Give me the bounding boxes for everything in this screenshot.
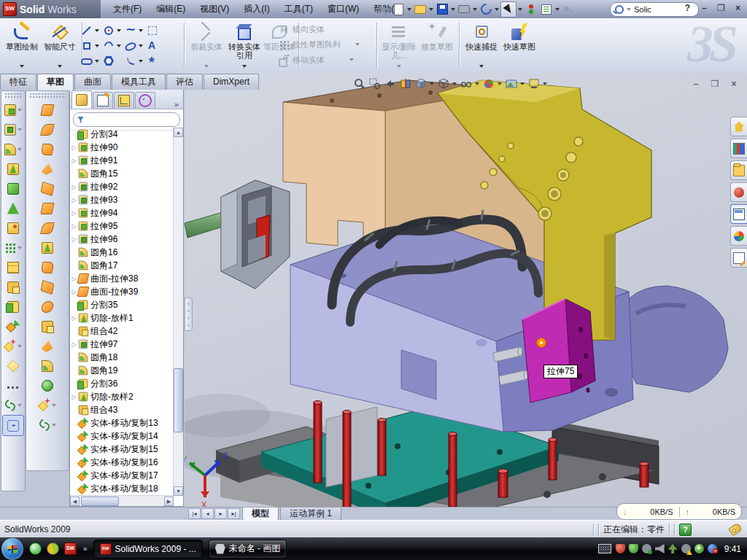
new-file-button[interactable] xyxy=(391,2,406,17)
rebuild-traffic-light-button[interactable] xyxy=(524,2,538,17)
display-style-dropdown-icon[interactable] xyxy=(452,82,457,85)
tree-vertical-scrollbar[interactable]: ▲ ▼ xyxy=(173,128,183,496)
axis-button[interactable] xyxy=(1,376,25,395)
tab-运动算例 1[interactable]: 运动算例 1 xyxy=(280,508,341,521)
custom-properties-button[interactable] xyxy=(730,248,747,268)
sketch-pattern-box-button[interactable] xyxy=(146,23,168,38)
planar-surface-button[interactable] xyxy=(26,198,69,218)
sketch-sketch-fillet-button[interactable] xyxy=(124,53,146,69)
convert-dropdown-icon[interactable] xyxy=(242,65,247,68)
expand-icon[interactable]: ▷ xyxy=(70,341,78,348)
expand-icon[interactable]: ▷ xyxy=(70,394,78,400)
sketch-ellipse-button[interactable] xyxy=(124,38,146,53)
tree-item[interactable]: 组合42 xyxy=(70,324,174,338)
tab-featuremanager-design-tree[interactable] xyxy=(71,90,92,109)
tree-item[interactable]: ▷曲面-拉伸39 xyxy=(70,285,174,298)
lofted-boss-button[interactable] xyxy=(1,179,25,198)
scroll-right-icon[interactable]: ▶ xyxy=(164,497,174,506)
tree-item[interactable]: ▷拉伸97 xyxy=(70,338,174,351)
extruded-cut-dropdown-icon[interactable] xyxy=(18,128,22,131)
previous-view-button[interactable] xyxy=(383,77,397,90)
open-file-dropdown-icon[interactable] xyxy=(429,8,433,11)
hole-wizard-button[interactable] xyxy=(1,218,25,238)
tree-item[interactable]: ▷拉伸96 xyxy=(70,233,174,246)
tab-曲面[interactable]: 曲面 xyxy=(74,74,111,90)
tree-item[interactable]: 分割34 xyxy=(70,128,174,141)
c-surface-button[interactable] xyxy=(26,139,69,159)
save-dropdown-icon[interactable] xyxy=(451,8,455,11)
display-style-button[interactable] xyxy=(436,77,450,90)
view-settings-dropdown-icon[interactable] xyxy=(543,82,547,85)
tree-item[interactable]: ▷拉伸90 xyxy=(70,141,174,154)
curve-dropdown-icon[interactable] xyxy=(52,424,56,427)
select-button[interactable] xyxy=(500,1,516,18)
sketch-arc-button[interactable] xyxy=(102,38,124,53)
solidworks-resources-button[interactable] xyxy=(730,117,747,136)
expand-icon[interactable]: ▷ xyxy=(70,184,78,190)
tag-icon[interactable] xyxy=(728,522,743,536)
view-settings-button[interactable] xyxy=(527,77,541,90)
section-view-button[interactable] xyxy=(398,77,412,90)
curve-button[interactable] xyxy=(26,415,69,435)
selection-filter-button[interactable]: ⅌.. xyxy=(561,2,576,17)
update-check-icon[interactable] xyxy=(642,544,651,553)
horizontal-scroll-thumb[interactable] xyxy=(81,497,119,506)
reference-geometry-button[interactable] xyxy=(1,336,25,356)
quicklaunch-chevron-icon[interactable]: » xyxy=(83,545,88,553)
move-copy-body-button[interactable] xyxy=(1,316,25,336)
tree-item[interactable]: ▷拉伸95 xyxy=(70,219,174,233)
tree-item[interactable]: 实体-移动/复制14 xyxy=(70,429,174,443)
next-tab-icon[interactable]: ▸ xyxy=(214,508,227,519)
spline-dropdown-icon[interactable] xyxy=(139,29,143,32)
taskbar-clock[interactable]: 9:41 xyxy=(724,544,741,554)
view-orientation-dropdown-icon[interactable] xyxy=(430,82,434,85)
scroll-up-icon[interactable]: ▲ xyxy=(174,128,183,137)
doc-minimize-button[interactable]: – xyxy=(689,79,703,90)
tree-item[interactable]: ▷拉伸93 xyxy=(70,193,174,206)
sketch-polygon-button[interactable] xyxy=(102,53,124,69)
tree-item[interactable]: 圆角19 xyxy=(70,364,174,377)
graphics-area[interactable]: Y Z X – ❐ × 拉伸75 xyxy=(185,73,747,507)
tree-filter-input[interactable] xyxy=(73,112,180,127)
tree-item[interactable]: 组合43 xyxy=(70,403,174,416)
plane-button[interactable] xyxy=(1,356,25,376)
curve-button[interactable] xyxy=(1,395,25,415)
fillet-button[interactable] xyxy=(1,139,25,159)
menu-item-4[interactable]: 工具(T) xyxy=(277,0,320,18)
expand-icon[interactable]: ▷ xyxy=(70,197,78,203)
taskbar-app-paint[interactable]: 未命名 - 画图 xyxy=(209,540,287,559)
sync-blocked-icon[interactable] xyxy=(708,544,717,553)
last-tab-icon[interactable]: ▸| xyxy=(228,508,240,519)
search-dropdown-icon[interactable] xyxy=(627,8,631,11)
freeform-button[interactable] xyxy=(26,376,69,395)
save-button[interactable] xyxy=(435,2,449,17)
print-button[interactable] xyxy=(457,2,471,17)
menu-item-3[interactable]: 插入(I) xyxy=(236,0,276,18)
tree-horizontal-scrollbar[interactable]: ◀ ▶ xyxy=(70,495,174,506)
menu-item-0[interactable]: 文件(F) xyxy=(106,0,149,18)
tree-item[interactable]: ▷曲面-拉伸38 xyxy=(70,272,174,285)
undo-button[interactable] xyxy=(479,2,493,17)
view-orientation-button[interactable] xyxy=(414,77,427,90)
fillet-dropdown-icon[interactable] xyxy=(18,148,22,151)
network-warning-icon[interactable] xyxy=(681,544,691,553)
panel-splitter-handle[interactable]: ‹‹‹‹ xyxy=(185,298,193,331)
solidworks-quicklaunch-icon[interactable]: SW xyxy=(64,542,77,555)
tree-item[interactable]: 圆角15 xyxy=(70,167,174,180)
messenger-icon[interactable] xyxy=(29,542,42,555)
sketch-rectangle-button[interactable] xyxy=(80,38,102,53)
smart-dimension-button[interactable]: 智能尺寸 xyxy=(41,21,79,69)
tab-dimxpertmanager[interactable] xyxy=(135,92,155,109)
tree-item[interactable]: 实体-移动/复制15 xyxy=(70,443,174,456)
sketch-text-button[interactable] xyxy=(146,38,168,53)
reference-geometry-dropdown-icon[interactable] xyxy=(52,404,56,407)
arc-dropdown-icon[interactable] xyxy=(117,44,121,47)
quick-tips-icon[interactable]: ? xyxy=(679,524,692,536)
doc-restore-button[interactable]: ❐ xyxy=(708,79,722,90)
ellipse-dropdown-icon[interactable] xyxy=(139,44,143,47)
reference-geometry-dropdown-icon[interactable] xyxy=(18,345,22,348)
scroll-left-icon[interactable]: ◀ xyxy=(70,497,80,506)
tree-item[interactable]: 分割36 xyxy=(70,377,174,390)
tree-item[interactable]: 实体-移动/复制18 xyxy=(70,482,174,495)
view-palette-button[interactable] xyxy=(730,204,747,224)
